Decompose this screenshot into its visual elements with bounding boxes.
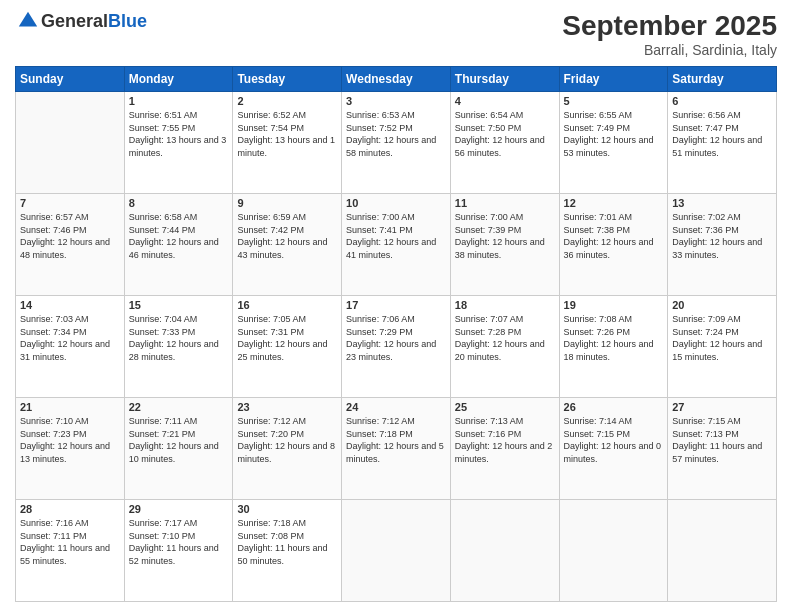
day-number: 21 (20, 401, 120, 413)
day-info: Sunrise: 7:02 AMSunset: 7:36 PMDaylight:… (672, 211, 772, 261)
day-number: 6 (672, 95, 772, 107)
day-number: 15 (129, 299, 229, 311)
day-number: 2 (237, 95, 337, 107)
day-number: 4 (455, 95, 555, 107)
calendar-cell: 15Sunrise: 7:04 AMSunset: 7:33 PMDayligh… (124, 296, 233, 398)
day-number: 24 (346, 401, 446, 413)
calendar-cell: 5Sunrise: 6:55 AMSunset: 7:49 PMDaylight… (559, 92, 668, 194)
day-info: Sunrise: 7:10 AMSunset: 7:23 PMDaylight:… (20, 415, 120, 465)
calendar-cell: 25Sunrise: 7:13 AMSunset: 7:16 PMDayligh… (450, 398, 559, 500)
calendar-week-1: 7Sunrise: 6:57 AMSunset: 7:46 PMDaylight… (16, 194, 777, 296)
day-number: 12 (564, 197, 664, 209)
day-info: Sunrise: 7:18 AMSunset: 7:08 PMDaylight:… (237, 517, 337, 567)
header: GeneralBlue September 2025 Barrali, Sard… (15, 10, 777, 58)
calendar-cell: 26Sunrise: 7:14 AMSunset: 7:15 PMDayligh… (559, 398, 668, 500)
calendar-cell (559, 500, 668, 602)
calendar-week-0: 1Sunrise: 6:51 AMSunset: 7:55 PMDaylight… (16, 92, 777, 194)
calendar-cell: 12Sunrise: 7:01 AMSunset: 7:38 PMDayligh… (559, 194, 668, 296)
logo-general: General (41, 11, 108, 31)
day-number: 9 (237, 197, 337, 209)
day-info: Sunrise: 6:52 AMSunset: 7:54 PMDaylight:… (237, 109, 337, 159)
day-number: 18 (455, 299, 555, 311)
calendar-cell: 27Sunrise: 7:15 AMSunset: 7:13 PMDayligh… (668, 398, 777, 500)
day-info: Sunrise: 7:00 AMSunset: 7:39 PMDaylight:… (455, 211, 555, 261)
day-info: Sunrise: 6:56 AMSunset: 7:47 PMDaylight:… (672, 109, 772, 159)
day-info: Sunrise: 6:54 AMSunset: 7:50 PMDaylight:… (455, 109, 555, 159)
day-info: Sunrise: 7:12 AMSunset: 7:20 PMDaylight:… (237, 415, 337, 465)
day-number: 22 (129, 401, 229, 413)
day-header-monday: Monday (124, 67, 233, 92)
day-number: 26 (564, 401, 664, 413)
calendar-cell: 14Sunrise: 7:03 AMSunset: 7:34 PMDayligh… (16, 296, 125, 398)
day-number: 30 (237, 503, 337, 515)
calendar-cell: 24Sunrise: 7:12 AMSunset: 7:18 PMDayligh… (342, 398, 451, 500)
day-info: Sunrise: 7:00 AMSunset: 7:41 PMDaylight:… (346, 211, 446, 261)
calendar-cell: 13Sunrise: 7:02 AMSunset: 7:36 PMDayligh… (668, 194, 777, 296)
title-section: September 2025 Barrali, Sardinia, Italy (562, 10, 777, 58)
calendar-week-3: 21Sunrise: 7:10 AMSunset: 7:23 PMDayligh… (16, 398, 777, 500)
day-number: 23 (237, 401, 337, 413)
day-info: Sunrise: 7:17 AMSunset: 7:10 PMDaylight:… (129, 517, 229, 567)
day-number: 16 (237, 299, 337, 311)
svg-marker-0 (19, 12, 37, 27)
day-header-saturday: Saturday (668, 67, 777, 92)
calendar-cell: 17Sunrise: 7:06 AMSunset: 7:29 PMDayligh… (342, 296, 451, 398)
day-header-sunday: Sunday (16, 67, 125, 92)
calendar-cell: 16Sunrise: 7:05 AMSunset: 7:31 PMDayligh… (233, 296, 342, 398)
day-info: Sunrise: 7:05 AMSunset: 7:31 PMDaylight:… (237, 313, 337, 363)
day-info: Sunrise: 7:04 AMSunset: 7:33 PMDaylight:… (129, 313, 229, 363)
calendar-cell (342, 500, 451, 602)
day-info: Sunrise: 7:06 AMSunset: 7:29 PMDaylight:… (346, 313, 446, 363)
day-number: 25 (455, 401, 555, 413)
day-info: Sunrise: 6:57 AMSunset: 7:46 PMDaylight:… (20, 211, 120, 261)
logo: GeneralBlue (15, 10, 147, 32)
day-number: 7 (20, 197, 120, 209)
calendar-week-2: 14Sunrise: 7:03 AMSunset: 7:34 PMDayligh… (16, 296, 777, 398)
calendar-cell: 6Sunrise: 6:56 AMSunset: 7:47 PMDaylight… (668, 92, 777, 194)
day-info: Sunrise: 7:14 AMSunset: 7:15 PMDaylight:… (564, 415, 664, 465)
day-info: Sunrise: 7:12 AMSunset: 7:18 PMDaylight:… (346, 415, 446, 465)
calendar-cell: 11Sunrise: 7:00 AMSunset: 7:39 PMDayligh… (450, 194, 559, 296)
calendar-cell: 29Sunrise: 7:17 AMSunset: 7:10 PMDayligh… (124, 500, 233, 602)
day-info: Sunrise: 7:03 AMSunset: 7:34 PMDaylight:… (20, 313, 120, 363)
calendar-cell: 28Sunrise: 7:16 AMSunset: 7:11 PMDayligh… (16, 500, 125, 602)
day-info: Sunrise: 6:53 AMSunset: 7:52 PMDaylight:… (346, 109, 446, 159)
day-number: 11 (455, 197, 555, 209)
day-header-thursday: Thursday (450, 67, 559, 92)
day-info: Sunrise: 6:58 AMSunset: 7:44 PMDaylight:… (129, 211, 229, 261)
day-number: 28 (20, 503, 120, 515)
day-header-tuesday: Tuesday (233, 67, 342, 92)
day-number: 3 (346, 95, 446, 107)
day-info: Sunrise: 7:08 AMSunset: 7:26 PMDaylight:… (564, 313, 664, 363)
calendar-table: SundayMondayTuesdayWednesdayThursdayFrid… (15, 66, 777, 602)
page: GeneralBlue September 2025 Barrali, Sard… (0, 0, 792, 612)
day-number: 27 (672, 401, 772, 413)
day-number: 10 (346, 197, 446, 209)
day-header-friday: Friday (559, 67, 668, 92)
logo-icon (17, 10, 39, 32)
calendar-cell: 2Sunrise: 6:52 AMSunset: 7:54 PMDaylight… (233, 92, 342, 194)
calendar-cell: 4Sunrise: 6:54 AMSunset: 7:50 PMDaylight… (450, 92, 559, 194)
calendar-cell: 8Sunrise: 6:58 AMSunset: 7:44 PMDaylight… (124, 194, 233, 296)
logo-text: GeneralBlue (41, 11, 147, 32)
day-info: Sunrise: 7:01 AMSunset: 7:38 PMDaylight:… (564, 211, 664, 261)
day-info: Sunrise: 6:55 AMSunset: 7:49 PMDaylight:… (564, 109, 664, 159)
day-header-wednesday: Wednesday (342, 67, 451, 92)
calendar-cell: 1Sunrise: 6:51 AMSunset: 7:55 PMDaylight… (124, 92, 233, 194)
calendar-cell: 30Sunrise: 7:18 AMSunset: 7:08 PMDayligh… (233, 500, 342, 602)
day-info: Sunrise: 7:07 AMSunset: 7:28 PMDaylight:… (455, 313, 555, 363)
day-info: Sunrise: 6:59 AMSunset: 7:42 PMDaylight:… (237, 211, 337, 261)
day-number: 1 (129, 95, 229, 107)
day-number: 13 (672, 197, 772, 209)
calendar-cell: 19Sunrise: 7:08 AMSunset: 7:26 PMDayligh… (559, 296, 668, 398)
calendar-cell: 23Sunrise: 7:12 AMSunset: 7:20 PMDayligh… (233, 398, 342, 500)
calendar-cell: 9Sunrise: 6:59 AMSunset: 7:42 PMDaylight… (233, 194, 342, 296)
calendar-cell: 22Sunrise: 7:11 AMSunset: 7:21 PMDayligh… (124, 398, 233, 500)
calendar-header-row: SundayMondayTuesdayWednesdayThursdayFrid… (16, 67, 777, 92)
month-title: September 2025 (562, 10, 777, 42)
day-info: Sunrise: 7:11 AMSunset: 7:21 PMDaylight:… (129, 415, 229, 465)
day-number: 20 (672, 299, 772, 311)
calendar-cell: 10Sunrise: 7:00 AMSunset: 7:41 PMDayligh… (342, 194, 451, 296)
calendar-week-4: 28Sunrise: 7:16 AMSunset: 7:11 PMDayligh… (16, 500, 777, 602)
day-number: 5 (564, 95, 664, 107)
